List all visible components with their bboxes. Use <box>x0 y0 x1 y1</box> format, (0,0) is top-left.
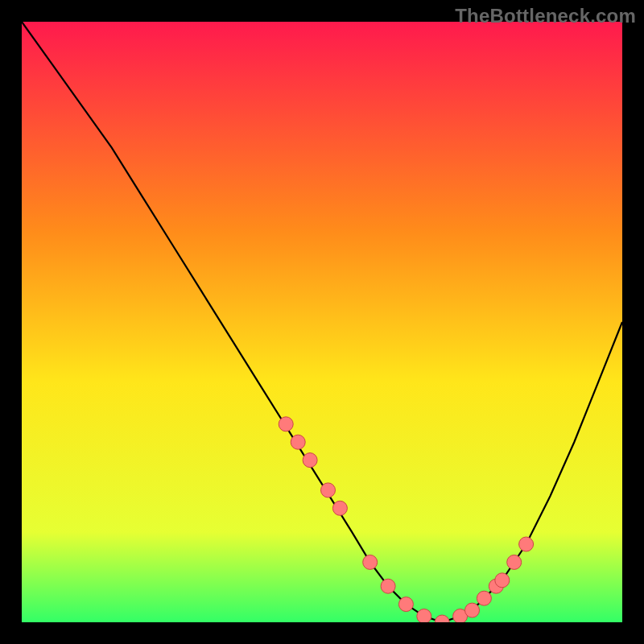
data-dot <box>291 435 305 449</box>
data-dot <box>303 453 317 468</box>
data-dot <box>279 417 293 431</box>
data-dot <box>417 609 431 623</box>
data-dot <box>477 591 491 605</box>
data-dot <box>465 603 480 617</box>
watermark-text: TheBottleneck.com <box>455 5 636 27</box>
data-dot <box>398 597 413 612</box>
chart-frame: TheBottleneck.com <box>0 0 644 644</box>
data-dot <box>507 555 522 569</box>
data-dot <box>321 483 336 497</box>
data-dot <box>332 501 347 515</box>
data-dot <box>363 555 378 569</box>
chart-svg <box>22 22 622 622</box>
data-dot <box>381 579 395 593</box>
data-dot <box>519 537 534 551</box>
data-dot <box>495 573 510 588</box>
plot-area <box>22 22 622 622</box>
